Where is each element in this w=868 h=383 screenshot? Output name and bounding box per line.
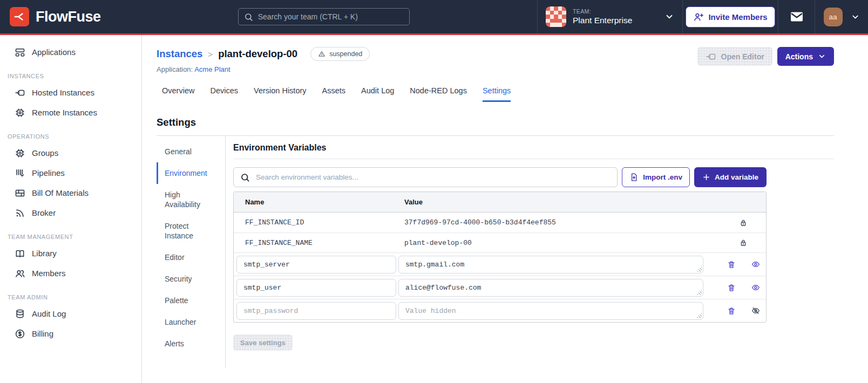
tab-settings[interactable]: Settings [483,86,511,102]
table-header: Name Value [234,192,766,213]
sidebar-item-label: Library [32,249,57,258]
table-row [234,276,766,299]
actions-button[interactable]: Actions [777,47,834,66]
team-identicon [546,6,566,27]
team-text: TEAM: Plant Enterprise [573,8,632,25]
tab-assets[interactable]: Assets [322,86,346,102]
subnav-environment[interactable]: Environment [157,162,216,184]
environment-variables-title: Environment Variables [233,143,834,159]
sidebar-item-label: Broker [32,208,56,217]
search-icon [244,12,253,22]
invite-members-label: Invite Members [708,12,767,22]
toggle-visibility-button[interactable] [751,283,761,292]
sidebar-item-members[interactable]: Members [0,263,141,283]
sidebar-section-operations: OPERATIONS [8,133,141,140]
env-var-name: FF_INSTANCE_NAME [234,239,398,247]
open-editor-button[interactable]: Open Editor [697,47,772,66]
sidebar-item-library[interactable]: Library [0,243,141,263]
brand-home-link[interactable]: FlowFuse [0,0,111,33]
import-file-icon [629,173,639,182]
toggle-visibility-button[interactable] [751,260,761,269]
plus-icon [702,173,710,181]
sidebar-item-bill-of-materials[interactable]: Bill Of Materials [0,183,141,203]
sidebar-item-label: Applications [32,47,76,57]
subnav-palette[interactable]: Palette [157,290,216,311]
subnav-protect-instance[interactable]: Protect Instance [157,215,216,247]
subnav-security[interactable]: Security [157,268,216,290]
sidebar-item-label: Billing [32,329,53,338]
chevron-down-icon [818,52,826,60]
lock-icon [706,238,766,247]
sidebar-section-team-management: TEAM MANAGEMENT [8,234,141,240]
sidebar-item-label: Remote Instances [32,108,97,117]
status-badge: suspended [310,47,370,61]
subnav-general[interactable]: General [157,141,216,162]
env-search[interactable] [233,167,618,187]
subnav-launcher[interactable]: Launcher [157,311,216,333]
tab-node-red-logs[interactable]: Node-RED Logs [410,86,467,102]
members-icon [15,268,25,279]
subnav-high-availability[interactable]: High Availability [157,184,216,215]
application-line: Application: Acme Plant [157,65,370,73]
instance-tabs: Overview Devices Version History Assets … [162,86,834,102]
toggle-visibility-button[interactable] [751,306,761,315]
team-name: Plant Enterprise [573,16,632,25]
tab-overview[interactable]: Overview [162,86,194,102]
import-env-button[interactable]: Import .env [622,167,690,187]
sidebar-item-hosted-instances[interactable]: Hosted Instances [0,83,141,102]
pipelines-icon [15,168,25,179]
invite-members-button[interactable]: Invite Members [686,6,775,28]
save-settings-button[interactable]: Save settings [233,334,293,351]
env-variables-table: Name Value FF_INSTANCE_ID 37f7d969-97cd-… [233,191,767,323]
top-navbar: FlowFuse TEAM: Plant En [0,0,868,33]
env-var-value-input[interactable] [398,279,703,297]
env-var-name-input[interactable] [236,256,396,273]
add-variable-button[interactable]: Add variable [694,167,767,187]
env-var-name-input[interactable] [236,302,396,320]
sidebar-item-groups[interactable]: Groups [0,143,141,163]
sidebar-item-billing[interactable]: Billing [0,324,141,344]
open-editor-label: Open Editor [721,52,764,61]
team-search-input[interactable] [258,12,404,21]
delete-variable-button[interactable] [727,283,736,292]
breadcrumb-instances-link[interactable]: Instances [157,48,202,60]
groups-icon [15,148,25,159]
env-var-value-input[interactable] [398,302,703,320]
envelope-icon [790,11,804,23]
navbar-search-zone [111,0,537,33]
team-selector[interactable]: TEAM: Plant Enterprise [537,0,682,33]
delete-variable-button[interactable] [727,260,736,269]
breadcrumb: Instances > plant-develop-00 suspended [157,47,370,61]
lock-icon [706,218,766,227]
subnav-alerts[interactable]: Alerts [157,333,216,354]
add-variable-label: Add variable [715,173,758,181]
env-var-value: plant-develop-00 [398,239,706,247]
tab-devices[interactable]: Devices [210,86,238,102]
table-row [234,299,766,322]
subnav-editor[interactable]: Editor [157,247,216,268]
delete-variable-button[interactable] [727,306,736,316]
table-row: FF_INSTANCE_NAME plant-develop-00 [234,232,766,252]
applications-icon [15,47,25,58]
application-link[interactable]: Acme Plant [194,65,230,73]
sidebar-item-remote-instances[interactable]: Remote Instances [0,102,141,122]
env-var-name-input[interactable] [236,279,396,297]
sidebar-item-applications[interactable]: Applications [0,42,141,62]
instance-name: plant-develop-00 [218,48,297,60]
sidebar-item-broker[interactable]: Broker [0,203,141,223]
env-var-name: FF_INSTANCE_ID [234,218,398,227]
table-row [234,252,766,276]
application-label: Application: [157,65,193,73]
user-avatar: aa [824,8,843,26]
user-menu[interactable]: aa [815,0,868,33]
sidebar-section-team-admin: TEAM ADMIN [8,294,141,300]
tab-audit-log[interactable]: Audit Log [361,86,394,102]
sidebar-item-audit-log[interactable]: Audit Log [0,304,141,324]
bill-of-materials-icon [15,188,25,199]
team-search[interactable] [238,8,410,25]
notifications-button[interactable] [778,0,815,33]
env-var-value-input[interactable] [398,256,703,273]
tab-version-history[interactable]: Version History [254,86,307,102]
sidebar-item-pipelines[interactable]: Pipelines [0,163,141,183]
env-search-input[interactable] [256,173,611,181]
